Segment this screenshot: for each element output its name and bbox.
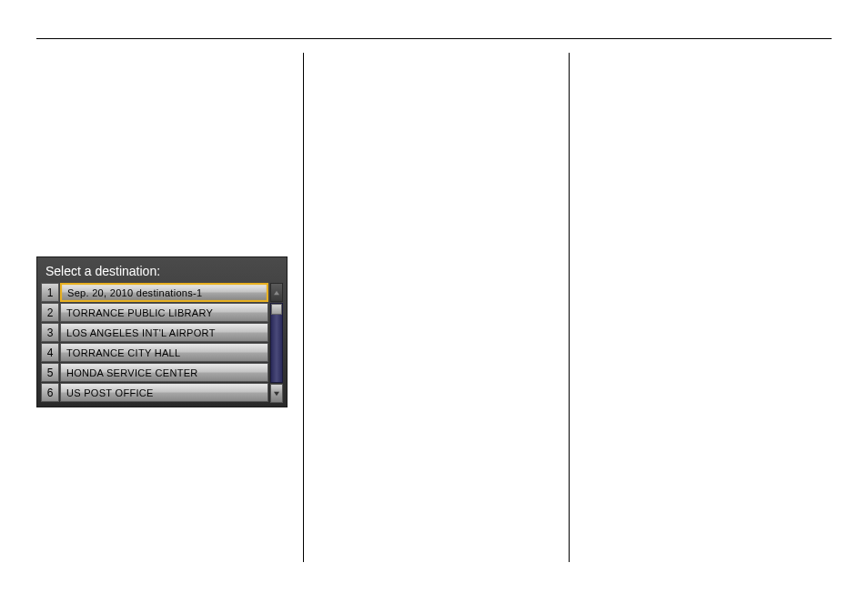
row-number: 1 xyxy=(41,283,59,302)
row-number: 6 xyxy=(41,383,59,402)
scroll-up-button[interactable] xyxy=(270,283,283,302)
destination-item-6[interactable]: US POST OFFICE xyxy=(60,383,268,402)
column-divider-2 xyxy=(569,53,570,562)
list-row: 4 TORRANCE CITY HALL xyxy=(41,343,268,362)
chevron-up-icon xyxy=(273,290,280,296)
svg-marker-1 xyxy=(274,391,279,396)
column-divider-1 xyxy=(303,53,304,562)
svg-marker-0 xyxy=(274,290,279,295)
row-number: 4 xyxy=(41,343,59,362)
row-number: 5 xyxy=(41,363,59,382)
list-row: 3 LOS ANGELES INT'L AIRPORT xyxy=(41,323,268,342)
chevron-down-icon xyxy=(273,391,280,397)
destination-item-1[interactable]: Sep. 20, 2010 destinations-1 xyxy=(60,283,268,302)
row-number: 3 xyxy=(41,323,59,342)
destination-item-4[interactable]: TORRANCE CITY HALL xyxy=(60,343,268,362)
top-divider xyxy=(36,38,832,39)
list-row: 5 HONDA SERVICE CENTER xyxy=(41,363,268,382)
list-row: 6 US POST OFFICE xyxy=(41,383,268,402)
scroll-thumb[interactable] xyxy=(271,304,282,315)
scroll-down-button[interactable] xyxy=(270,384,283,403)
row-number: 2 xyxy=(41,303,59,322)
scroll-track[interactable] xyxy=(270,303,283,383)
destination-panel: Select a destination: 1 Sep. 20, 2010 de… xyxy=(36,256,288,407)
scrollbar xyxy=(270,283,283,403)
destination-item-3[interactable]: LOS ANGELES INT'L AIRPORT xyxy=(60,323,268,342)
destination-item-5[interactable]: HONDA SERVICE CENTER xyxy=(60,363,268,382)
panel-title: Select a destination: xyxy=(41,261,283,283)
list-row: 1 Sep. 20, 2010 destinations-1 xyxy=(41,283,268,302)
list-row: 2 TORRANCE PUBLIC LIBRARY xyxy=(41,303,268,322)
destination-item-2[interactable]: TORRANCE PUBLIC LIBRARY xyxy=(60,303,268,322)
destination-list: 1 Sep. 20, 2010 destinations-1 2 TORRANC… xyxy=(41,283,268,403)
